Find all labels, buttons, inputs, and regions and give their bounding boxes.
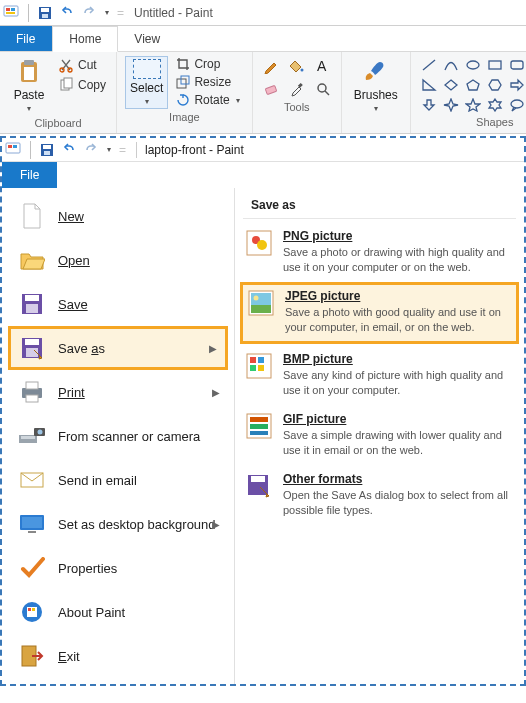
undo-icon[interactable] [59,5,75,21]
file-tab[interactable]: File [2,162,57,188]
submenu-arrow-icon: ▶ [209,343,217,354]
crop-button[interactable]: Crop [174,56,243,72]
svg-text:A: A [317,58,327,74]
paste-button[interactable]: Paste ▾ [8,56,50,115]
menu-item-desktop[interactable]: Set as desktop background ▶ [8,502,228,546]
window-title: Untitled - Paint [134,6,213,20]
menu-item-exit[interactable]: Exit [8,634,228,678]
shape-6star-icon[interactable] [485,96,505,114]
svg-rect-71 [251,304,271,313]
saveas-png[interactable]: PNG picture Save a photo or drawing with… [243,225,516,285]
titlebar: ▾ = Untitled - Paint [0,0,526,26]
svg-rect-2 [11,8,15,11]
svg-rect-82 [250,431,268,435]
shape-rect-icon[interactable] [485,56,505,74]
shape-callout-round-icon[interactable] [507,96,526,114]
shape-hexagon-icon[interactable] [485,76,505,94]
shape-5star-icon[interactable] [463,96,483,114]
qat-customize-icon[interactable]: ▾ [103,8,111,17]
saveas-gif[interactable]: GIF picture Save a simple drawing with l… [243,408,516,468]
svg-rect-75 [250,357,256,363]
shape-roundrect-icon[interactable] [507,56,526,74]
menu-item-email[interactable]: Send in email [8,458,228,502]
shape-right-triangle-icon[interactable] [419,76,439,94]
menu-item-open[interactable]: Open [8,238,228,282]
magnifier-tool-icon[interactable] [313,79,333,99]
group-shapes: Shapes [411,52,526,133]
shape-line-icon[interactable] [419,56,439,74]
save-icon[interactable] [39,142,55,158]
pencil-tool-icon[interactable] [261,56,281,76]
group-brushes: Brushes ▾ [342,52,411,133]
bmp-icon [245,352,273,380]
jpeg-title: JPEG picture [285,289,512,303]
undo-icon[interactable] [61,142,77,158]
sub-window-title: laptop-front - Paint [145,143,244,157]
svg-marker-30 [511,80,523,90]
tab-file[interactable]: File [0,26,52,51]
shape-arrow-down-icon[interactable] [419,96,439,114]
redo-icon[interactable] [81,5,97,21]
shape-curve-icon[interactable] [441,56,461,74]
saveas-jpeg[interactable]: JPEG picture Save a photo with good qual… [240,282,519,345]
menu-item-about[interactable]: About Paint [8,590,228,634]
menu-label-exit: Exit [58,649,80,664]
picker-tool-icon[interactable] [287,79,307,99]
chevron-down-icon: ▾ [25,104,33,113]
redo-icon[interactable] [83,142,99,158]
fill-tool-icon[interactable] [287,56,307,76]
shape-pentagon-icon[interactable] [463,76,483,94]
menu-item-new[interactable]: New [8,194,228,238]
svg-marker-27 [445,80,457,90]
chevron-down-icon: ▾ [143,97,151,106]
svg-rect-40 [8,145,12,148]
saveas-other[interactable]: Other formats Open the Save As dialog bo… [243,468,516,528]
gif-desc: Save a simple drawing with lower quality… [283,428,514,458]
group-label-clipboard: Clipboard [34,117,81,131]
svg-rect-53 [26,395,38,402]
menu-item-saveas[interactable]: Save as ▶ [8,326,228,370]
bmp-desc: Save any kind of picture with high quali… [283,368,514,398]
brushes-button[interactable]: Brushes ▾ [350,56,402,115]
menu-label-print: Print [58,385,85,400]
shape-4star-icon[interactable] [441,96,461,114]
exit-icon [18,642,46,670]
group-tools: A Tools [253,52,342,133]
eraser-tool-icon[interactable] [261,79,281,99]
shape-diamond-icon[interactable] [441,76,461,94]
svg-rect-65 [32,608,35,611]
menu-label-properties: Properties [58,561,117,576]
qat-customize-icon[interactable]: ▾ [105,145,113,154]
rotate-button[interactable]: Rotate ▾ [174,92,243,108]
svg-rect-1 [6,8,10,11]
menu-item-print[interactable]: Print ▶ [8,370,228,414]
tab-home[interactable]: Home [52,26,118,52]
menu-label-about: About Paint [58,605,125,620]
select-button[interactable]: Select ▾ [125,56,168,109]
cut-button[interactable]: Cut [56,56,108,74]
menu-item-properties[interactable]: Properties [8,546,228,590]
saveas-bmp[interactable]: BMP picture Save any kind of picture wit… [243,348,516,408]
chevron-down-icon: ▾ [234,96,242,105]
svg-point-73 [254,295,259,300]
menu-item-save[interactable]: Save [8,282,228,326]
other-title: Other formats [283,472,514,486]
svg-point-57 [38,430,43,435]
shapes-gallery[interactable] [419,56,526,114]
shape-oval-icon[interactable] [463,56,483,74]
tab-view[interactable]: View [118,26,177,51]
menu-item-scanner[interactable]: From scanner or camera [8,414,228,458]
svg-rect-60 [22,517,42,528]
paint-app-icon [0,5,22,21]
sub-titlebar: ▾ = laptop-front - Paint [2,138,524,162]
copy-button[interactable]: Copy [56,76,108,94]
shape-arrow-right-icon[interactable] [507,76,526,94]
svg-rect-52 [26,382,38,389]
submenu-arrow-icon: ▶ [212,519,220,530]
menu-label-saveas: Save as [58,341,105,356]
text-tool-icon[interactable]: A [313,56,333,76]
resize-button[interactable]: Resize [174,74,243,90]
group-clipboard: Paste ▾ Cut Copy Clipboard [0,52,117,133]
save-icon[interactable] [37,5,53,21]
svg-marker-33 [424,100,434,110]
